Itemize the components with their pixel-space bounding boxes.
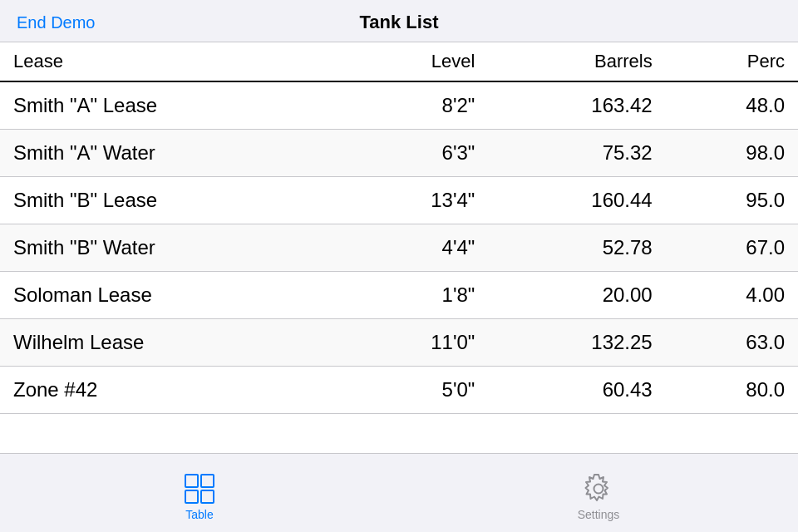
cell-level: 13'4" xyxy=(345,177,488,224)
tab-table[interactable]: Table xyxy=(0,465,399,521)
cell-lease: Wilhelm Lease xyxy=(0,319,345,367)
cell-barrels: 20.00 xyxy=(488,272,665,319)
tab-table-label: Table xyxy=(185,508,213,521)
cell-lease: Smith "A" Lease xyxy=(0,81,345,130)
cell-lease: Soloman Lease xyxy=(0,272,345,319)
tank-table: Lease Level Barrels Perc Smith "A" Lease… xyxy=(0,42,798,414)
table-row[interactable]: Soloman Lease1'8"20.004.00 xyxy=(0,272,798,319)
svg-rect-3 xyxy=(201,490,214,503)
col-header-percent: Perc xyxy=(666,42,798,81)
cell-percent: 95.0 xyxy=(666,177,798,224)
table-row[interactable]: Smith "A" Lease8'2"163.4248.0 xyxy=(0,81,798,130)
cell-lease: Zone #42 xyxy=(0,367,345,414)
cell-percent: 80.0 xyxy=(666,367,798,414)
table-icon xyxy=(184,473,215,505)
cell-percent: 63.0 xyxy=(666,319,798,367)
svg-rect-2 xyxy=(185,490,198,503)
svg-point-4 xyxy=(594,485,603,494)
cell-lease: Smith "B" Water xyxy=(0,224,345,272)
svg-rect-0 xyxy=(185,475,198,487)
table-row[interactable]: Wilhelm Lease11'0"132.2563.0 xyxy=(0,319,798,367)
table-row[interactable]: Smith "B" Water4'4"52.7867.0 xyxy=(0,224,798,272)
cell-percent: 67.0 xyxy=(666,224,798,272)
table-body: Smith "A" Lease8'2"163.4248.0Smith "A" W… xyxy=(0,81,798,414)
cell-percent: 48.0 xyxy=(666,81,798,130)
cell-level: 6'3" xyxy=(345,130,488,177)
cell-level: 1'8" xyxy=(345,272,488,319)
cell-barrels: 160.44 xyxy=(488,177,665,224)
table-container: Lease Level Barrels Perc Smith "A" Lease… xyxy=(0,42,798,453)
svg-rect-1 xyxy=(201,475,214,487)
gear-icon xyxy=(583,473,614,505)
cell-barrels: 163.42 xyxy=(488,81,665,130)
tab-settings-label: Settings xyxy=(578,508,620,521)
cell-percent: 98.0 xyxy=(666,130,798,177)
cell-lease: Smith "A" Water xyxy=(0,130,345,177)
col-header-lease: Lease xyxy=(0,42,345,81)
table-header-row: Lease Level Barrels Perc xyxy=(0,42,798,81)
cell-percent: 4.00 xyxy=(666,272,798,319)
header: End Demo Tank List xyxy=(0,0,798,42)
cell-level: 4'4" xyxy=(345,224,488,272)
col-header-barrels: Barrels xyxy=(488,42,665,81)
table-row[interactable]: Zone #425'0"60.4380.0 xyxy=(0,367,798,414)
cell-level: 8'2" xyxy=(345,81,488,130)
cell-barrels: 75.32 xyxy=(488,130,665,177)
table-row[interactable]: Smith "B" Lease13'4"160.4495.0 xyxy=(0,177,798,224)
table-row[interactable]: Smith "A" Water6'3"75.3298.0 xyxy=(0,130,798,177)
cell-level: 11'0" xyxy=(345,319,488,367)
col-header-level: Level xyxy=(345,42,488,81)
page-title: Tank List xyxy=(360,12,439,33)
cell-level: 5'0" xyxy=(345,367,488,414)
cell-barrels: 52.78 xyxy=(488,224,665,272)
tab-settings[interactable]: Settings xyxy=(399,465,798,521)
end-demo-button[interactable]: End Demo xyxy=(17,13,96,32)
cell-lease: Smith "B" Lease xyxy=(0,177,345,224)
tab-bar: Table Settings xyxy=(0,453,798,532)
cell-barrels: 60.43 xyxy=(488,367,665,414)
cell-barrels: 132.25 xyxy=(488,319,665,367)
